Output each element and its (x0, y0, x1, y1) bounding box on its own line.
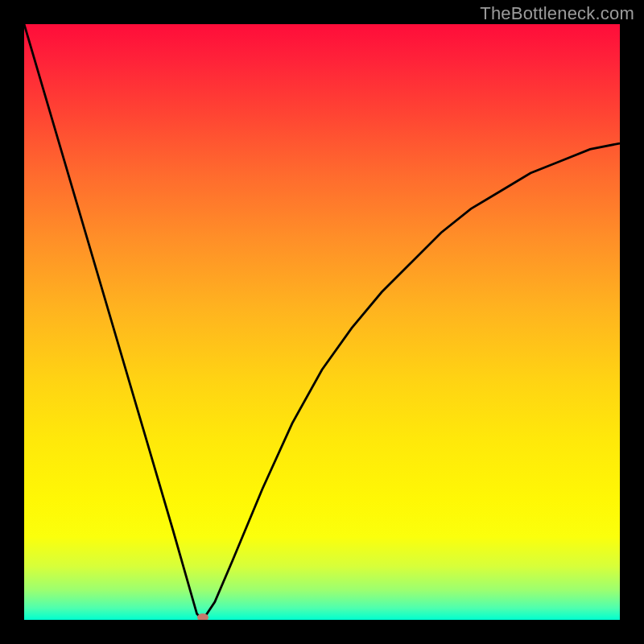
watermark-text: TheBottleneck.com (480, 3, 634, 24)
chart-frame (0, 0, 644, 644)
